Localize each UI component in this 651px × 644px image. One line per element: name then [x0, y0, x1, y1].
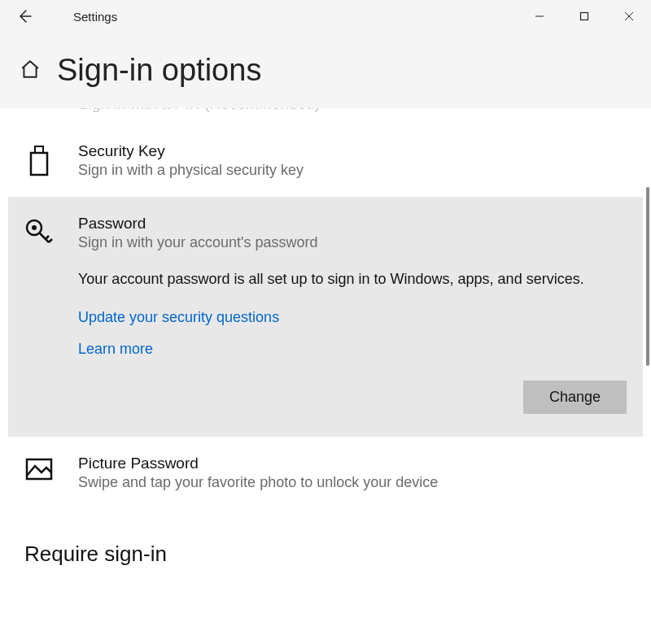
update-security-questions-link[interactable]: Update your security questions [78, 309, 279, 326]
option-title: Picture Password [78, 455, 635, 472]
window-controls [517, 0, 651, 33]
option-subtitle: Sign in with a physical security key [78, 162, 635, 179]
picture-icon [24, 455, 54, 491]
titlebar: Settings [0, 0, 651, 33]
change-button[interactable]: Change [523, 381, 627, 414]
svg-rect-1 [580, 13, 588, 20]
svg-point-8 [32, 225, 37, 230]
option-title: Password [78, 215, 627, 233]
page-title: Sign-in options [57, 53, 261, 88]
home-icon[interactable] [20, 59, 41, 83]
option-title: Security Key [78, 142, 635, 160]
page-header: Sign-in options [0, 33, 651, 108]
option-pin-cutoff[interactable]: Sign in with a PIN (Recommended) [0, 108, 651, 124]
require-signin-heading: Require sign-in [0, 509, 651, 575]
key-icon [24, 215, 54, 414]
back-button[interactable] [8, 0, 41, 33]
minimize-button[interactable] [517, 0, 561, 33]
usb-key-icon [24, 142, 54, 179]
close-button[interactable] [606, 0, 651, 33]
minimize-icon [535, 11, 544, 21]
option-security-key[interactable]: Security Key Sign in with a physical sec… [0, 124, 651, 197]
password-status-text: Your account password is all set up to s… [78, 269, 627, 289]
maximize-icon [579, 11, 589, 21]
option-subtitle: Sign in with your account's password [78, 234, 627, 251]
window-title: Settings [73, 10, 117, 24]
learn-more-link[interactable]: Learn more [78, 341, 153, 358]
maximize-button[interactable] [561, 0, 606, 33]
option-picture-password[interactable]: Picture Password Swipe and tap your favo… [0, 437, 651, 509]
arrow-left-icon [16, 8, 33, 24]
scrollbar[interactable] [646, 187, 649, 366]
svg-rect-6 [31, 153, 47, 175]
option-subtitle: Swipe and tap your favorite photo to unl… [78, 474, 635, 491]
content-area: Sign in with a PIN (Recommended) Securit… [0, 108, 651, 638]
pin-icon [24, 108, 54, 113]
close-icon [624, 11, 634, 21]
option-password[interactable]: Password Sign in with your account's pas… [8, 197, 643, 437]
